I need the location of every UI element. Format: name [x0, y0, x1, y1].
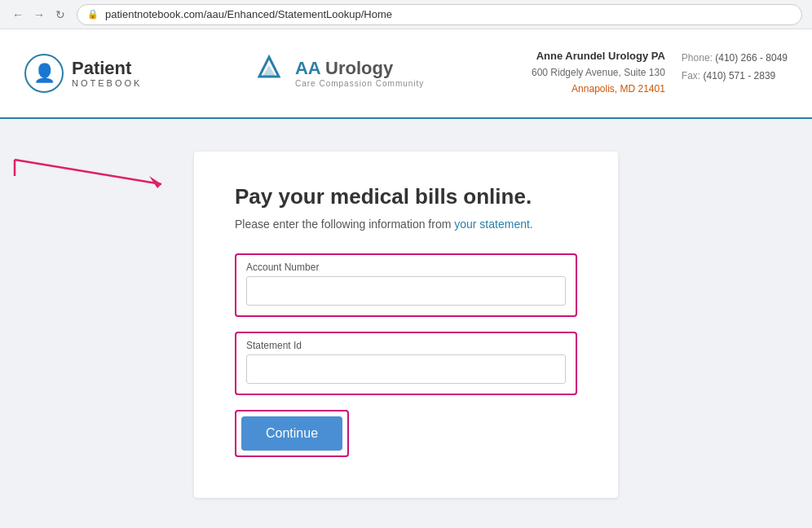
clinic-logo: AA Urology Care Compassion Community: [249, 54, 424, 93]
statement-id-group: Statement Id: [235, 332, 577, 395]
reload-button[interactable]: ↻: [52, 7, 68, 23]
continue-button[interactable]: Continue: [241, 416, 342, 451]
browser-toolbar: ← → ↻ 🔒 patientnotebook.com/aau/Enhanced…: [0, 0, 812, 29]
statement-link[interactable]: your statement.: [454, 218, 533, 231]
aa-label: AA: [295, 58, 325, 78]
clinic-address: 600 Ridgely Avenue, Suite 130: [532, 65, 665, 81]
account-number-input[interactable]: [246, 276, 566, 306]
urology-label: Urology: [325, 58, 393, 78]
form-title: Pay your medical bills online.: [235, 184, 577, 209]
nav-buttons[interactable]: ← → ↻: [10, 7, 68, 23]
forward-button[interactable]: →: [31, 7, 47, 23]
phone-number: (410) 266 - 8049: [715, 52, 788, 64]
phone-row: Phone: (410) 266 - 8049: [682, 50, 788, 68]
clinic-info: Anne Arundel Urology PA 600 Ridgely Aven…: [532, 50, 665, 96]
clinic-full-name: Anne Arundel Urology PA: [532, 50, 665, 62]
clinic-contact: Phone: (410) 266 - 8049 Fax: (410) 571 -…: [682, 50, 788, 96]
back-button[interactable]: ←: [10, 7, 26, 23]
account-number-group: Account Number: [235, 253, 577, 317]
patient-notebook-icon: 👤: [24, 54, 64, 93]
header-right: Anne Arundel Urology PA 600 Ridgely Aven…: [532, 50, 788, 96]
lock-icon: 🔒: [87, 9, 99, 20]
clinic-city: Annapolis, MD 21401: [532, 81, 665, 97]
continue-wrapper: Continue: [235, 410, 349, 457]
statement-id-label: Statement Id: [246, 340, 566, 351]
arrow-annotation: [7, 143, 186, 192]
fax-row: Fax: (410) 571 - 2839: [682, 68, 788, 86]
url-text: patientnotebook.com/aau/Enhanced/Stateme…: [105, 8, 392, 20]
account-number-label: Account Number: [246, 262, 566, 273]
aa-urology-icon: [249, 54, 289, 93]
clinic-tagline: Care Compassion Community: [295, 79, 424, 89]
patient-label: Patient: [72, 59, 142, 78]
fax-label: Fax:: [682, 70, 700, 81]
form-subtitle: Please enter the following information f…: [235, 218, 577, 231]
continue-row: Continue: [235, 410, 577, 457]
statement-id-input[interactable]: [246, 354, 566, 384]
aa-urology-text: AA Urology Care Compassion Community: [295, 58, 424, 89]
form-card: Pay your medical bills online. Please en…: [194, 152, 618, 498]
patient-notebook-text: Patient NOTEBOOK: [72, 59, 142, 88]
phone-label: Phone:: [682, 52, 713, 64]
svg-line-2: [15, 160, 161, 184]
address-bar[interactable]: 🔒 patientnotebook.com/aau/Enhanced/State…: [77, 4, 802, 25]
main-content: Pay your medical bills online. Please en…: [0, 119, 812, 528]
page-header: 👤 Patient NOTEBOOK AA Urology Care Compa…: [0, 29, 812, 119]
patient-notebook-logo: 👤 Patient NOTEBOOK: [24, 54, 142, 93]
fax-number: (410) 571 - 2839: [704, 70, 776, 81]
notebook-label: NOTEBOOK: [72, 78, 142, 88]
